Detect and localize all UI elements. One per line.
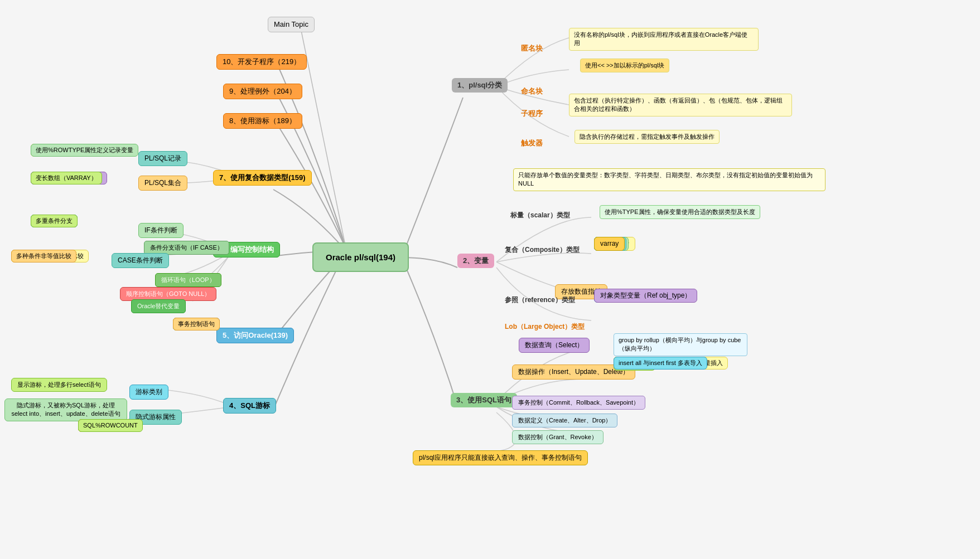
plsql-record-label: PL/SQL记录 — [138, 151, 187, 166]
named-label: 命名块 — [521, 86, 543, 96]
set-item-3: 变长数组（VARRAY） — [31, 172, 102, 184]
trigger-desc: 隐含执行的存储过程，需指定触发事件及触发操作 — [575, 130, 720, 144]
node-n1: 1、pl/sql分类 — [452, 78, 508, 93]
if-item-3: 多重条件分支 — [31, 215, 78, 227]
anonymous-label: 匿名块 — [521, 43, 543, 54]
node-n2: 2、变量 — [457, 254, 494, 268]
implicit-item-4: SQL%ROWCOUNT — [78, 419, 143, 432]
select-label: 数据查询（Select） — [519, 338, 590, 353]
ddl-label: 数据定义（Create、Alter、Drop） — [512, 414, 617, 427]
implicit-desc: 隐式游标，又被称为SQL游标，处理select into、insert、upda… — [4, 398, 127, 421]
anonymous-sub: 使用<< >>加以标示的pl/sql块 — [580, 59, 669, 72]
record-item-2: 使用%ROWTYPE属性定义记录变量 — [31, 144, 138, 157]
scalar-use: 使用%TYPE属性，确保变量使用合适的数据类型及长度 — [600, 205, 760, 219]
node-n7: 7、使用复合数据类型(159) — [213, 170, 312, 186]
node-n5: 5、访问Oracle(139) — [216, 328, 294, 343]
ref-item-2: 对象类型变量（Ref obj_type） — [594, 289, 697, 303]
composite-item-4: varray — [594, 237, 625, 251]
main-topic-node: Main Topic — [268, 17, 315, 32]
trigger-label: 触发器 — [521, 138, 543, 148]
node-n3: 3、使用SQL语句 — [451, 393, 517, 407]
tcl-label: 事务控制（Commit、Rollback、Savepoint） — [512, 396, 645, 410]
composite-label: 复合（Composite）类型 — [505, 245, 580, 255]
dcl-label: 数据控制（Grant、Revoke） — [512, 430, 604, 444]
anonymous-desc: 没有名称的pl/sql块，内嵌到应用程序或者直接在Oracle客户端使用 — [569, 28, 759, 51]
loop-label: 循环语句（LOOP） — [155, 273, 221, 287]
subprogram-label: 子程序 — [521, 109, 543, 119]
center-node: Oracle pl/sql(194) — [312, 242, 409, 272]
n5-item-4: 事务控制语句 — [173, 318, 220, 330]
node-n9: 9、处理例外（204） — [223, 84, 302, 99]
ref-label: 参照（reference）类型 — [505, 295, 575, 305]
scalar-note: 只能存放单个数值的变量类型：数字类型、字符类型、日期类型、布尔类型，没有指定初始… — [513, 168, 825, 191]
case-item-2: 多种条件非等值比较 — [11, 250, 76, 263]
select-desc: group by rollup（横向平均）与group by cube（纵向平均… — [614, 333, 747, 356]
explicit-desc: 显示游标，处理多行select语句 — [11, 378, 107, 392]
oracle-var-label: Oracle替代变量 — [131, 299, 186, 313]
node-n10: 10、开发子程序（219） — [216, 54, 307, 70]
named-desc: 包含过程（执行特定操作）、函数（有返回值）、包（包规范、包体，逻辑组合相关的过程… — [569, 94, 792, 116]
scalar-label: 标量（scalar）类型 — [510, 211, 570, 220]
node-n8: 8、使用游标（189） — [223, 113, 302, 129]
if-label: IF条件判断 — [138, 223, 184, 238]
lob-label: Lob（Large Object）类型 — [505, 322, 585, 332]
embed-note: pl/sql应用程序只能直接嵌入查询、操作、事务控制语句 — [413, 450, 588, 465]
plsql-set-label: PL/SQL集合 — [138, 176, 187, 191]
node-n4: 4、SQL游标 — [223, 398, 276, 414]
cursor-type-label: 游标类别 — [129, 385, 168, 400]
dml-item-3: insert all 与insert first 多表导入 — [614, 357, 707, 370]
case-label: CASE条件判断 — [112, 253, 169, 268]
